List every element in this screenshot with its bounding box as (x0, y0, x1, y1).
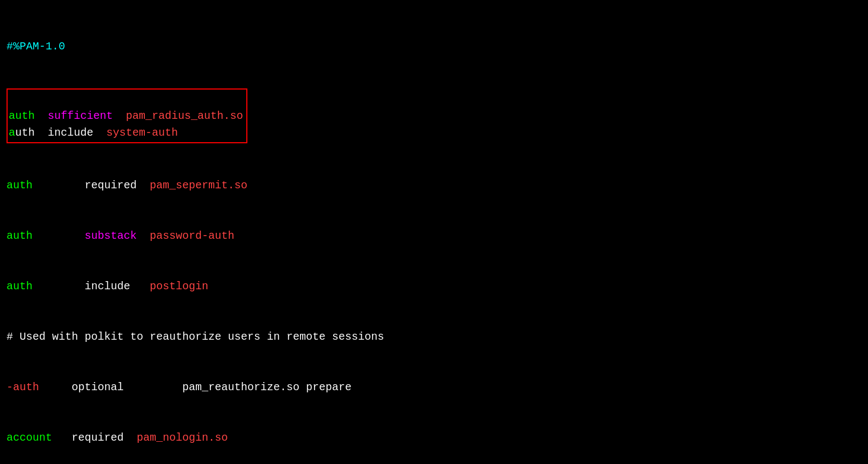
line-4: auth substack password-auth (7, 227, 861, 244)
line-7: account required pam_nologin.so (7, 429, 861, 446)
code-viewer: #%PAM-1.0 auth sufficient pam_radius_aut… (7, 4, 861, 464)
header-text: #%PAM-1.0 (7, 40, 65, 53)
line-6: -auth optional pam_reauthorize.so prepar… (7, 379, 861, 396)
line-comment-1: # Used with polkit to reauthorize users … (7, 328, 861, 345)
line-3: auth required pam_sepermit.so (7, 177, 861, 194)
line-5: auth include postlogin (7, 278, 861, 295)
line-highlighted-1: auth sufficient pam_radius_auth.so (9, 110, 243, 122)
line-header: #%PAM-1.0 (7, 38, 861, 55)
line-highlighted-2: auth include system-auth (9, 126, 178, 139)
highlighted-block: auth sufficient pam_radius_auth.so auth … (7, 88, 861, 143)
